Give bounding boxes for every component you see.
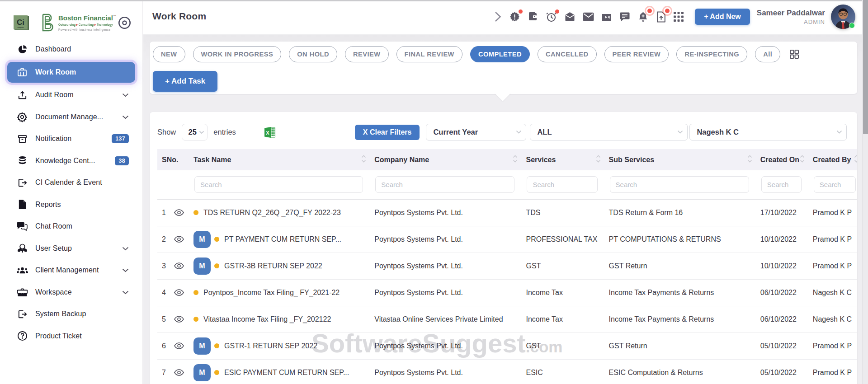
page-size-select[interactable]: 25 — [182, 124, 208, 140]
sidebar-item-work-room[interactable]: Work Room — [7, 62, 135, 83]
sort-icon[interactable] — [747, 155, 752, 163]
company-name: Poyntpos Systems Pvt. Ltd. — [370, 279, 521, 306]
sidebar-collapse-target-icon[interactable] — [118, 16, 131, 29]
sidebar-item-label: User Setup — [35, 244, 72, 253]
sort-icon[interactable] — [513, 155, 518, 163]
status-tab-final-review[interactable]: FINAL REVIEW — [396, 46, 462, 62]
view-eye-icon[interactable] — [174, 262, 184, 269]
user-block[interactable]: Sameer Paddalwar ADMIN — [757, 9, 825, 25]
search-sub-services-input[interactable] — [610, 176, 749, 193]
mail-icon[interactable] — [583, 12, 594, 21]
sub-service: ESIC Computation & Returns — [604, 359, 756, 384]
status-tab-re-inspecting[interactable]: RE-INSPECTING — [676, 46, 747, 62]
vertical-scrollbar[interactable] — [862, 0, 868, 384]
add-new-button[interactable]: + Add New — [695, 9, 750, 25]
table-row[interactable]: 6 MGSTR-1 RETURN SEP 2022 Poyntpos Syste… — [157, 332, 857, 359]
task-name[interactable]: GSTR-1 RETURN SEP 2022 — [224, 342, 317, 350]
sidebar-item-chat-room[interactable]: Chat Room — [7, 217, 135, 236]
view-eye-icon[interactable] — [174, 209, 184, 216]
service: ESIC — [521, 359, 604, 384]
user-filter-select[interactable]: Nagesh K C — [689, 124, 847, 140]
row-number: 5 — [162, 315, 169, 323]
search-services-input[interactable] — [527, 176, 597, 193]
task-name[interactable]: Vitastaa Income Tax Filing _FY_202122 — [203, 315, 331, 323]
milestone-badge: M — [193, 231, 211, 248]
status-tab-review[interactable]: REVIEW — [345, 46, 389, 62]
user-avatar[interactable] — [831, 5, 855, 29]
envelope-open-icon[interactable] — [564, 11, 576, 22]
grid-view-icon[interactable] — [789, 49, 800, 60]
task-name[interactable]: GSTR-3B RETURN SEP 2022 — [224, 262, 322, 270]
video-camera-icon[interactable] — [601, 11, 612, 22]
table-row[interactable]: 1 TDS RETURN Q2_26Q _27Q_FY 2022-23 Poyn… — [157, 199, 857, 226]
column-header-company-name[interactable]: Company Name — [370, 149, 521, 170]
add-task-button[interactable]: + Add Task — [153, 71, 217, 92]
sidebar-item-document-management[interactable]: Document Manage... — [7, 108, 135, 126]
bell-add-icon[interactable] — [637, 11, 649, 23]
company-name: Vitastaa Online Services Private Limited — [370, 306, 521, 332]
wallet-icon[interactable] — [528, 11, 538, 22]
task-name[interactable]: TDS RETURN Q2_26Q _27Q_FY 2022-23 — [203, 209, 341, 217]
sidebar-item-user-setup[interactable]: User Setup — [7, 239, 135, 258]
clear-filters-button[interactable]: X Clear Filters — [355, 125, 420, 140]
sidebar-item-product-ticket[interactable]: Product Ticket — [7, 327, 135, 346]
view-eye-icon[interactable] — [174, 289, 184, 296]
sidebar-item-dashboard[interactable]: Dashboard — [7, 40, 135, 59]
status-tab-on-hold[interactable]: ON HOLD — [289, 46, 337, 62]
year-filter-select[interactable]: Current Year — [426, 124, 526, 140]
column-header-created-on[interactable]: Created On — [756, 149, 808, 170]
column-header-sno[interactable]: SNo. — [157, 149, 189, 170]
view-eye-icon[interactable] — [174, 316, 184, 323]
sort-icon[interactable] — [596, 155, 601, 163]
chevron-down-icon — [122, 113, 129, 121]
apps-grid-icon[interactable] — [674, 12, 684, 22]
sidebar-item-reports[interactable]: Reports — [7, 195, 135, 214]
status-tab-peer-review[interactable]: PEER REVIEW — [604, 46, 669, 62]
sidebar-item-workspace[interactable]: Workspace — [7, 283, 135, 302]
sidebar-item-system-backup[interactable]: System Backup — [7, 304, 135, 323]
task-name[interactable]: ESIC PAYMENT CUM RETURN SEP... — [224, 369, 349, 377]
sidebar-item-client-management[interactable]: Client Management — [7, 261, 135, 280]
collapse-chevron-right-icon[interactable] — [494, 11, 502, 23]
table-row[interactable]: 2 MPT PAYMENT CUM RETURN SEP... Poyntpos… — [157, 226, 857, 253]
view-eye-icon[interactable] — [174, 342, 184, 349]
search-company-name-input[interactable] — [375, 176, 514, 193]
view-eye-icon[interactable] — [174, 236, 184, 243]
created-on: 05/10/2022 — [756, 332, 808, 359]
task-name[interactable]: PT PAYMENT CUM RETURN SEP... — [224, 235, 341, 244]
sort-icon[interactable] — [361, 155, 366, 163]
sub-service: TDS Return & Form 16 — [604, 199, 756, 226]
sidebar-item-notification[interactable]: Notification 137 — [7, 129, 135, 148]
table-row[interactable]: 3 MGSTR-3B RETURN SEP 2022 Poyntpos Syst… — [157, 253, 857, 279]
table-row[interactable]: 5 Vitastaa Income Tax Filing _FY_202122 … — [157, 306, 857, 332]
table-row[interactable]: 4 Poyntpos_Income Tax Filing_ FY_2021-22… — [157, 279, 857, 306]
column-header-services[interactable]: Services — [521, 149, 604, 170]
status-tab-cancelled[interactable]: CANCELLED — [538, 46, 597, 62]
task-name[interactable]: Poyntpos_Income Tax Filing_ FY_2021-22 — [203, 289, 340, 297]
search-created-by-input[interactable] — [814, 176, 856, 193]
sidebar-item-ci-calender-event[interactable]: CI Calender & Event — [7, 173, 135, 192]
search-task-name-input[interactable] — [194, 176, 363, 193]
sort-icon[interactable] — [854, 155, 857, 163]
view-eye-icon[interactable] — [174, 369, 184, 376]
search-created-on-input[interactable] — [761, 176, 802, 193]
alarm-clock-icon[interactable] — [546, 11, 557, 23]
column-header-created-by[interactable]: Created By — [808, 149, 857, 170]
status-tab-work-in-progress[interactable]: WORK IN PROGRESS — [193, 46, 282, 62]
sort-icon[interactable] — [800, 155, 805, 163]
file-upload-icon[interactable] — [656, 11, 666, 23]
company-filter-select[interactable]: ALL — [530, 124, 688, 140]
table-row[interactable]: 7 MESIC PAYMENT CUM RETURN SEP... Poyntp… — [157, 359, 857, 384]
sidebar-item-knowledge-center[interactable]: Knowledge Cent... 38 — [7, 151, 135, 170]
scrollbar-thumb[interactable] — [863, 0, 868, 134]
status-tab-completed[interactable]: COMPLETED — [470, 46, 530, 62]
status-tab-new[interactable]: NEW — [153, 46, 185, 62]
column-header-sub-services[interactable]: Sub Services — [604, 149, 756, 170]
notification-dot — [519, 9, 523, 14]
column-header-task-name[interactable]: Task Name — [189, 149, 370, 170]
sidebar-item-audit-room[interactable]: Audit Room — [7, 85, 135, 104]
certificate-alert-icon[interactable] — [509, 11, 520, 23]
excel-export-icon[interactable]: X — [264, 126, 276, 138]
status-tab-all[interactable]: All — [755, 46, 780, 62]
chat-square-icon[interactable] — [619, 11, 630, 22]
